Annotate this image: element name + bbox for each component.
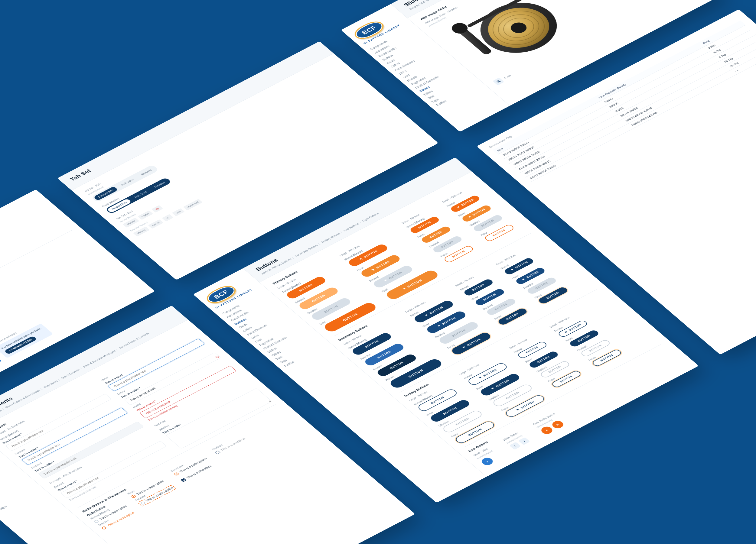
cart-icon bbox=[509, 268, 515, 272]
cart-icon bbox=[401, 287, 407, 291]
svg-point-22 bbox=[362, 259, 362, 260]
zoom-label: Zoom bbox=[503, 74, 512, 80]
cart-icon bbox=[358, 257, 364, 261]
svg-point-23 bbox=[373, 270, 374, 271]
logo-badge: BCF bbox=[350, 18, 388, 42]
slider-next-icon[interactable] bbox=[518, 437, 530, 445]
cart-icon bbox=[520, 277, 526, 281]
cart-icon bbox=[455, 205, 461, 209]
cart-icon bbox=[563, 330, 569, 334]
cart-icon bbox=[423, 313, 429, 317]
cart-icon bbox=[370, 268, 376, 272]
svg-point-24 bbox=[374, 270, 375, 271]
cart-icon bbox=[436, 324, 442, 328]
cart-icon bbox=[490, 386, 496, 390]
svg-point-21 bbox=[361, 260, 361, 260]
slider-prev-icon[interactable] bbox=[509, 442, 521, 450]
club-close-icon[interactable] bbox=[550, 419, 565, 430]
cart-icon bbox=[477, 376, 483, 380]
icon-button-chevron[interactable] bbox=[480, 456, 495, 467]
club-add-icon[interactable] bbox=[539, 425, 555, 435]
compare-two: You can compare up to three products. CO… bbox=[0, 350, 2, 388]
cart-icon bbox=[461, 345, 467, 349]
cart-icon bbox=[467, 215, 473, 219]
cart-icon bbox=[515, 408, 521, 412]
cart-icon bbox=[383, 278, 389, 282]
